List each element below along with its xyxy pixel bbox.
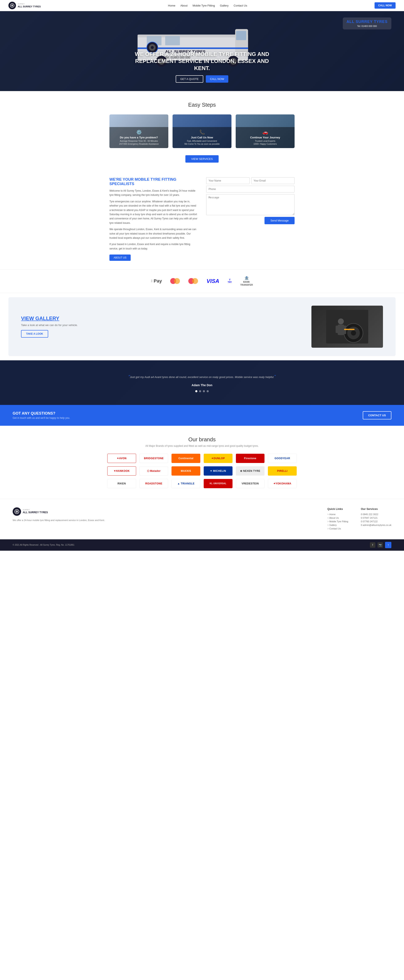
testimonial-dots (8, 390, 396, 392)
footer-logo-col: SURREY ALL SURREY TYRES We offer a 24-ho… (13, 508, 315, 531)
brand-nexen-label: ⊕ NEXEN TYRE (240, 469, 260, 473)
contact-form: Send Message (206, 177, 294, 261)
bank-transfer-label: BANKTRANSFER (240, 280, 253, 286)
view-services-button[interactable]: VIEW SERVICES (185, 155, 219, 162)
svg-point-24 (351, 331, 356, 336)
svg-point-32 (16, 511, 17, 512)
dot-2[interactable] (199, 390, 201, 392)
logo[interactable]: SURREY ALL SURREY TYRES (8, 2, 41, 9)
nav-mobile-tyre[interactable]: Mobile Tyre Fitting (192, 4, 215, 7)
gallery-section: VIEW GALLERY Take a look at what we can … (8, 297, 396, 356)
footer-desc: We offer a 24-hour mobile tyre fitting a… (13, 518, 315, 522)
payment-bank-transfer: 🏦 BANKTRANSFER (240, 276, 253, 286)
form-row-name-email (206, 177, 294, 184)
send-message-button[interactable]: Send Message (264, 217, 294, 224)
nav-gallery[interactable]: Gallery (220, 4, 229, 7)
brand-yokohama-label: ✦YOKOHAMA (274, 482, 291, 485)
footer-link-gallery[interactable]: Gallery (328, 524, 348, 526)
brands-grid: ✦AVON BRIDGESTONE Continental ✦DUNLOP Fi… (107, 454, 297, 488)
nav-home[interactable]: Home (168, 4, 175, 7)
footer-quick-links: Quick Links Home About Us Mobile Tyre Fi… (328, 508, 348, 531)
brand-firestone: Firestone (236, 454, 265, 463)
steps-grid: ⚙️ Do you have a Tyre problem? Average R… (107, 115, 297, 148)
hero-brand-badge: ALL SURREY TYRES Tel: 01483 000 000 (343, 18, 391, 29)
brand-matador: ⬡ Matador (140, 466, 168, 476)
step-card-2: 📞 Just Call Us Now Fast, Affordable and … (173, 115, 231, 148)
cta-heading: GOT ANY QUESTIONS? (13, 411, 70, 416)
footer-link-home[interactable]: Home (328, 513, 348, 515)
brand-maxxis-label: MAXXIS (181, 469, 191, 473)
footer-link-mobile-tyre[interactable]: Mobile Tyre Fitting (328, 520, 348, 523)
brands-subtext: All Major Brands of tyres supplied and f… (13, 444, 391, 447)
step-card-3-content: 🚗 Continue Your Journey Trusted Local Ex… (236, 127, 294, 148)
visa-text: VISA (207, 278, 219, 285)
hero-section: ALL SURREY TYRES Tel: 01483 000 000 ALL … (0, 11, 404, 91)
email-input[interactable] (251, 177, 294, 184)
testimonial-author: Adam The Don (8, 383, 396, 387)
brand-firestone-label: Firestone (244, 457, 256, 460)
svg-rect-27 (336, 326, 339, 333)
dot-4[interactable] (207, 390, 209, 392)
brand-kl-label: KL UNIVERSAL (210, 482, 226, 485)
footer-services-col: Our Services 0 0845 222 3022 0 07947 247… (361, 508, 391, 531)
step-3-icon: 🚗 (239, 130, 292, 135)
step-card-1: ⚙️ Do you have a Tyre problem? Average R… (110, 115, 168, 148)
navbar: SURREY ALL SURREY TYRES Home About Mobil… (0, 0, 404, 11)
message-input[interactable] (206, 194, 294, 215)
footer-link-about[interactable]: About Us (328, 517, 348, 519)
phone-input[interactable] (206, 186, 294, 192)
brand-yokohama: ✦YOKOHAMA (268, 479, 297, 488)
payment-verified: VTRY (227, 278, 232, 283)
about-us-button[interactable]: ABOUT US (110, 255, 130, 261)
gallery-text: VIEW GALLERY Take a look at what we can … (21, 315, 303, 337)
footer-logo-icon (13, 508, 21, 516)
dot-3[interactable] (203, 390, 205, 392)
hero-call-now-button[interactable]: CALL NOW (206, 75, 228, 83)
brand-pirelli-label: PIRELLI (277, 469, 288, 473)
specialist-para-2: Tyre emergencies can occur anytime. What… (110, 199, 198, 225)
payment-mastercard-1 (170, 278, 180, 284)
brand-michelin: ✦ MICHELIN (204, 466, 232, 476)
hero-buttons: GET A QUOTE CALL NOW (132, 75, 272, 83)
brand-hankook: ✦HANKOOK (107, 466, 136, 476)
gallery-image (312, 305, 383, 348)
footer-copyright: © 2021 All Rights Reserved - All Surrey … (13, 544, 74, 546)
specialist-text: WE'RE YOUR MOBILE TYRE FITTING SPECIALIS… (110, 177, 206, 261)
scroll-top-button[interactable]: ↑ (385, 542, 391, 548)
facebook-icon[interactable]: f (370, 542, 375, 548)
name-input[interactable] (206, 177, 250, 184)
specialist-para-1: Welcome to All Surrey Tyres, London, Ess… (110, 189, 198, 197)
footer-link-contact[interactable]: Contact Us (328, 527, 348, 530)
brand-kl: KL UNIVERSAL (204, 479, 232, 488)
step-1-desc: Average Response Time 30 - 60 Minutes24/… (112, 140, 165, 146)
navbar-call-now-button[interactable]: CALL NOW (375, 2, 396, 9)
svg-rect-29 (344, 329, 355, 330)
testimonial-section: Just got my Audi a4 Avant tyres done all… (0, 360, 404, 405)
footer-phone-1: 0 0845 222 3022 (361, 513, 391, 515)
nav-links: Home About Mobile Tyre Fitting Gallery C… (168, 4, 247, 7)
instagram-icon[interactable]: 📷 (377, 542, 383, 548)
brand-matador-label: ⬡ Matador (147, 469, 161, 473)
get-quote-button[interactable]: GET A QUOTE (176, 75, 203, 83)
contact-us-button[interactable]: CONTACT US (363, 411, 391, 419)
brand-riken-label: RIKEN (118, 482, 126, 485)
step-1-title: Do you have a Tyre problem? (112, 136, 165, 139)
brand-goodyear-label: GOODYEAR (275, 457, 290, 460)
brands-heading: Our brands (13, 436, 391, 443)
brand-roadstone: ROADSTONE (140, 479, 168, 488)
dot-1[interactable] (195, 390, 197, 392)
take-look-button[interactable]: TAKE A LOOK (21, 330, 48, 337)
footer-email: 0 admin@allsurreytyres.co.uk (361, 524, 391, 526)
brand-roadstone-label: ROADSTONE (145, 482, 162, 485)
brand-dunlop: ✦DUNLOP (204, 454, 232, 463)
brands-section: Our brands All Major Brands of tyres sup… (0, 426, 404, 499)
nav-contact[interactable]: Contact Us (234, 4, 247, 7)
brand-avon-label: ✦AVON (117, 457, 126, 460)
brand-vredestein: VREDESTEIN (236, 479, 265, 488)
brand-hankook-label: ✦HANKOOK (114, 469, 130, 473)
brand-nexen: ⊕ NEXEN TYRE (236, 466, 265, 476)
footer-services-heading: Our Services (361, 508, 391, 511)
gallery-heading: VIEW GALLERY (21, 315, 303, 321)
svg-point-2 (12, 5, 13, 6)
nav-about[interactable]: About (180, 4, 188, 7)
